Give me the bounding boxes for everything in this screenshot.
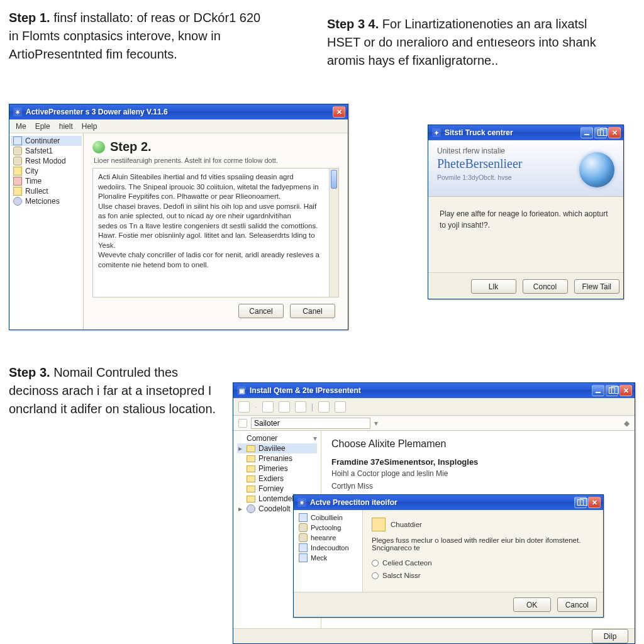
ok-button[interactable]: OK xyxy=(513,597,551,612)
sidebar-item[interactable]: Continuter xyxy=(11,136,82,146)
sidebar-item[interactable]: Time xyxy=(11,176,82,186)
step1-text: Step 1. finsf installato: of reas or DCk… xyxy=(9,9,273,64)
up-icon[interactable] xyxy=(295,401,306,413)
step-dot-icon xyxy=(92,141,105,153)
step2-heading: Step 2. xyxy=(92,140,339,154)
folder-icon xyxy=(247,465,255,472)
radio-option[interactable]: Salsct Nissr xyxy=(372,572,594,579)
sidebar-item[interactable]: Safstet1 xyxy=(11,146,82,156)
folder-icon xyxy=(247,496,255,502)
sidebar-item[interactable]: Indecoudton xyxy=(296,543,360,553)
sidebar-item[interactable]: Meck xyxy=(296,553,360,563)
installer-header: Unitest rferw instalie PheteBersenlieer … xyxy=(428,140,623,197)
flag-icon xyxy=(13,177,22,186)
content-line: Hoihl a Coctor ploge and leslin Mie xyxy=(331,469,625,478)
tree-item[interactable]: Forniey xyxy=(237,484,317,494)
inner-sidebar: Coibulliein Pvctoolng heeanre Indecoudto… xyxy=(294,510,363,592)
scrollbar[interactable] xyxy=(329,169,338,297)
radio-option[interactable]: Celied Cacteon xyxy=(372,559,594,567)
minimize-button[interactable] xyxy=(580,127,593,138)
content-section: Framdine 37eSimenentsor, Insplogles xyxy=(331,457,625,467)
installer-window: ✦ Sitsti Truck centrer ✕ Unitest rferw i… xyxy=(428,125,624,299)
step2-menubar: Me Eple hielt Help xyxy=(9,119,348,133)
tree-item[interactable]: ▸Daviilee xyxy=(237,443,317,453)
minimize-button[interactable] xyxy=(592,385,604,396)
close-button[interactable]: ✕ xyxy=(619,385,632,396)
cancel-button[interactable]: Cancel xyxy=(238,304,284,318)
scrollbar-thumb[interactable] xyxy=(331,170,337,189)
step3-text: Step 3. Nomail Contruled thes decinoss a… xyxy=(9,364,223,418)
db-icon xyxy=(13,147,22,155)
inner-title: Actve Preectiton iteoifor xyxy=(310,498,397,507)
sidebar-item[interactable]: Metciones xyxy=(11,196,82,206)
sidebar-item[interactable]: Rest Modod xyxy=(11,156,82,166)
sidebar-item[interactable]: City xyxy=(11,166,82,176)
tree-item[interactable]: Pimeries xyxy=(237,464,317,474)
doc-icon xyxy=(13,136,22,145)
close-button[interactable]: ✕ xyxy=(588,497,601,508)
cancel-button[interactable]: Cancol xyxy=(557,597,597,612)
radio-icon xyxy=(372,560,379,567)
step2-sidebar: Continuter Safstet1 Rest Modod City Time… xyxy=(9,133,84,330)
gear-icon xyxy=(13,197,22,206)
installer-tagline: Povmile 1:3dyObclt. hvse xyxy=(437,174,579,181)
menu-item[interactable]: Eple xyxy=(35,122,50,131)
tree-item[interactable]: Prenanies xyxy=(237,453,317,464)
cancel-button[interactable]: Concol xyxy=(523,279,568,294)
app-icon: ✦ xyxy=(432,128,441,137)
step2-titlebar[interactable]: ✴ ActivePresenter s 3 Dower aileny V.11.… xyxy=(9,104,348,119)
finish-button[interactable]: Flew Tail xyxy=(574,279,619,294)
forward-icon[interactable] xyxy=(279,401,290,413)
inner-main: Chuatdier Pleges fuss meclur o loased wi… xyxy=(363,510,603,592)
folder-icon xyxy=(13,167,22,175)
sidebar-item[interactable]: Rullect xyxy=(11,186,82,196)
db-icon xyxy=(299,533,308,542)
close-button[interactable]: ✕ xyxy=(608,127,621,138)
doc-icon xyxy=(299,553,308,562)
explorer-title: Install Qtem & 2te IPressentent xyxy=(250,386,361,395)
app-icon: ✴ xyxy=(13,108,22,116)
folder-icon xyxy=(247,486,255,492)
tree-root[interactable]: Comoner▾ xyxy=(237,433,317,443)
folder-icon xyxy=(247,475,255,482)
globe-icon xyxy=(579,152,614,187)
app-icon: ✴ xyxy=(297,498,306,507)
menu-item[interactable]: Help xyxy=(82,122,97,131)
step2-textarea[interactable]: Acti Aluin Siteabiles ihertial and fd vi… xyxy=(92,168,339,297)
maximize-button[interactable] xyxy=(574,497,587,508)
content-line: Cortlyn Miss xyxy=(331,482,625,491)
inner-installer-window: ✴ Actve Preectiton iteoifor ✕ Coibulliei… xyxy=(293,494,604,618)
address-input[interactable] xyxy=(251,418,370,429)
folder-icon xyxy=(13,187,22,196)
step2-subtitle: Lioer nestiifearuigh prenents. Astelt in… xyxy=(94,157,339,164)
tree-item[interactable]: Exdiers xyxy=(237,474,317,484)
back-icon[interactable] xyxy=(262,401,274,413)
location-icon xyxy=(238,419,247,428)
sidebar-item[interactable]: heeanre xyxy=(296,533,360,543)
installer-message: Play ene alfte for neage lo forieaton. w… xyxy=(428,197,623,272)
installer-titlebar[interactable]: ✦ Sitsti Truck centrer ✕ xyxy=(428,125,623,140)
sidebar-head[interactable]: Coibulliein xyxy=(296,513,360,523)
inner-head-label: Chuatdier xyxy=(391,521,422,528)
step2-title: ActivePresenter s 3 Dower aileny V.11.6 xyxy=(26,108,168,116)
sidebar-item[interactable]: Pvctoolng xyxy=(296,523,360,533)
toolbar-icon[interactable] xyxy=(238,401,250,413)
address-bar: ▾ ◆ xyxy=(233,416,635,431)
menu-item[interactable]: hielt xyxy=(59,122,73,131)
db-icon xyxy=(13,157,22,165)
close-button[interactable]: ✕ xyxy=(333,106,345,118)
menu-item[interactable]: Me xyxy=(16,122,26,131)
print-icon[interactable] xyxy=(318,401,330,413)
folder-icon xyxy=(247,455,255,462)
inner-titlebar[interactable]: ✴ Actve Preectiton iteoifor ✕ xyxy=(294,495,603,510)
ok-button[interactable]: Llk xyxy=(471,279,516,294)
maximize-button[interactable] xyxy=(606,385,618,396)
gear-icon xyxy=(247,504,255,513)
step2-window: ✴ ActivePresenter s 3 Dower aileny V.11.… xyxy=(9,104,348,330)
next-button[interactable]: Canel xyxy=(290,304,335,318)
view-icon[interactable] xyxy=(335,401,346,413)
maximize-button[interactable] xyxy=(594,127,607,138)
inner-body-text: Pleges fuss meclur o loased with rediler… xyxy=(372,536,594,552)
help-button[interactable]: Dilp xyxy=(592,629,628,643)
explorer-titlebar[interactable]: ▣ Install Qtem & 2te IPressentent ✕ xyxy=(233,383,635,398)
